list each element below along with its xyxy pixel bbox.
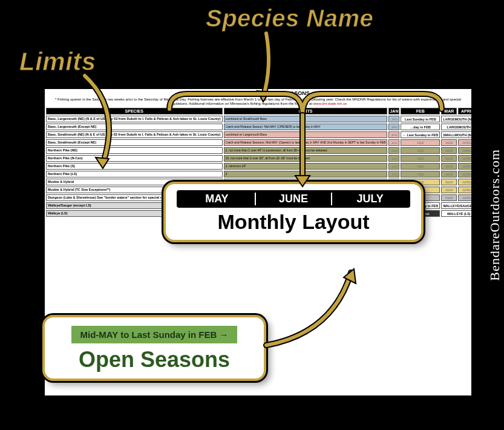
callout-title-species: Species Name <box>206 5 373 32</box>
month-cell: APRIL <box>458 171 473 177</box>
col-month: APRIL <box>458 108 473 114</box>
month-cell: JUNE <box>256 193 333 205</box>
month-bar: MAY JUNE JULY <box>177 190 410 208</box>
month-cell: MAR <box>441 194 457 201</box>
callout-monthly-label: Monthly Layout <box>177 210 410 234</box>
arrow-monthly-brace <box>163 91 448 188</box>
month-cell: APRIL <box>458 147 473 154</box>
callout-monthly-layout: MAY JUNE JULY Monthly Layout <box>163 182 424 242</box>
month-cell: MAY <box>179 193 256 205</box>
arrow-limits <box>79 73 139 170</box>
watermark: BendareOutdoors.com <box>487 149 503 281</box>
month-cell: WALLEYE/SAUGER <box>441 202 473 209</box>
season-strip: Mid-MAY to Last Sunday in FEB → <box>71 326 237 343</box>
callout-open-seasons: Mid-MAY to Last Sunday in FEB → Open Sea… <box>42 315 266 381</box>
month-cell: WALLEYE (LS) <box>441 210 473 217</box>
arrow-seasons <box>260 266 369 351</box>
callout-title-limits: Limits <box>19 47 96 76</box>
svg-marker-1 <box>96 157 109 168</box>
month-cell: APRIL <box>458 155 473 162</box>
callout-seasons-label: Open Seasons <box>57 347 252 372</box>
month-cell: APRIL <box>458 194 473 201</box>
month-cell: APRIL <box>458 139 473 146</box>
svg-marker-2 <box>295 176 310 187</box>
month-cell: APRIL <box>458 163 473 170</box>
month-cell: APRIL <box>458 179 473 185</box>
month-cell: APRIL <box>458 187 473 193</box>
month-cell: JULY <box>332 193 408 205</box>
